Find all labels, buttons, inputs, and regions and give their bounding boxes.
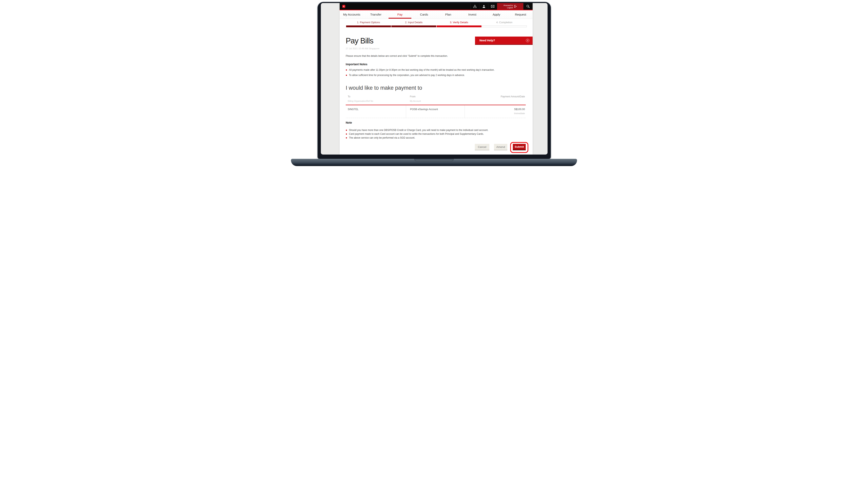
submit-button[interactable]: Submit — [513, 144, 526, 150]
top-app-bar: ✕ — [340, 3, 533, 10]
step-bar — [391, 25, 436, 27]
nav-transfer[interactable]: Transfer — [364, 10, 388, 19]
dbs-logo-icon[interactable]: ✕ — [342, 5, 345, 8]
main-content: Pay Bills Need Help? ? 27 Jul 2021 10:49… — [340, 36, 533, 150]
payment-amount: S$100.00 — [465, 108, 525, 111]
user-icon[interactable] — [479, 3, 488, 10]
col-to-label: To — [348, 95, 406, 98]
page-header: Pay Bills Need Help? ? 27 Jul 2021 10:49… — [346, 36, 526, 50]
step-input-details: 2. Input Details — [391, 20, 436, 27]
question-icon: ? — [526, 39, 529, 42]
step-payment-options: 1. Payment Options — [346, 20, 391, 27]
banking-site: ✕ — [340, 3, 533, 155]
note-item: Should you have more than one DBS/POSB C… — [346, 129, 526, 132]
topbar-actions: Proceed toLogout — [470, 3, 533, 10]
nav-apply[interactable]: Apply — [484, 10, 509, 19]
laptop-screen: ✕ — [321, 3, 548, 155]
sitemap-icon[interactable] — [470, 3, 479, 10]
note-title: Note — [346, 121, 526, 124]
source-account-cell: POSB eSavings Account — [406, 105, 465, 118]
laptop-base-notch — [414, 159, 454, 162]
step-verify-details: 3. Verify Details — [436, 20, 482, 27]
step-bar — [437, 25, 481, 27]
payee-cell: SINGTEL — [346, 105, 406, 118]
step-completion: 4. Completion — [482, 20, 527, 27]
note-item: The above service can only be performed … — [346, 136, 526, 139]
important-note-item: To allow sufficient time for processing … — [346, 74, 526, 77]
need-help-button[interactable]: Need Help? ? — [475, 36, 533, 45]
main-nav: My Accounts Transfer Pay Cards Plan Inve… — [340, 10, 533, 19]
cancel-button[interactable]: Cancel — [475, 144, 489, 150]
nav-cards[interactable]: Cards — [412, 10, 436, 19]
step-bar — [482, 25, 527, 27]
note-list: Should you have more than one DBS/POSB C… — [346, 129, 526, 139]
section-title: I would like to make payment to — [346, 85, 526, 91]
payment-row: SINGTEL POSB eSavings Account S$100.00 I… — [346, 105, 526, 118]
nav-plan[interactable]: Plan — [436, 10, 460, 19]
logout-label: Proceed toLogout — [504, 4, 513, 9]
instruction-text: Please ensure that the details below are… — [346, 55, 526, 57]
nav-pay[interactable]: Pay — [388, 10, 412, 19]
nav-my-accounts[interactable]: My Accounts — [340, 10, 364, 19]
payment-date: Immediate — [465, 112, 525, 115]
laptop-base — [291, 159, 577, 166]
proceed-to-logout-button[interactable]: Proceed toLogout — [497, 3, 523, 10]
payment-table-header: To Billing Organisation/Ref No From My A… — [346, 95, 526, 105]
mail-icon[interactable] — [488, 3, 497, 10]
search-icon[interactable] — [523, 3, 533, 10]
payment-table: To Billing Organisation/Ref No From My A… — [346, 95, 526, 118]
col-from-label: From — [410, 95, 465, 98]
submit-wrap: Submit — [513, 144, 526, 150]
col-to-sublabel: Billing Organisation/Ref No — [348, 100, 406, 102]
important-notes-title: Important Notes — [346, 62, 526, 66]
nav-invest[interactable]: Invest — [460, 10, 484, 19]
need-help-label: Need Help? — [475, 39, 495, 42]
amount-cell: S$100.00 Immediate — [465, 105, 526, 118]
important-notes-list: All payments made after 11:30pm (or 8:30… — [346, 68, 526, 77]
logout-icon — [514, 5, 517, 8]
progress-steps: 1. Payment Options 2. Input Details 3. V… — [340, 19, 533, 27]
col-amount-label: Payment Amount/Date — [465, 95, 525, 98]
nav-request[interactable]: Request — [509, 10, 533, 19]
timestamp: 27 Jul 2021 10:49 AM Singapore — [346, 47, 526, 50]
note-item: Card payment made to each Card account c… — [346, 133, 526, 136]
col-from-sublabel: My Account — [410, 100, 465, 102]
step-bar — [346, 25, 391, 27]
laptop-mockup: ✕ — [289, 0, 579, 167]
amend-button[interactable]: Amend — [494, 144, 507, 150]
action-buttons: Cancel Amend Submit — [346, 144, 526, 150]
important-note-item: All payments made after 11:30pm (or 8:30… — [346, 68, 526, 71]
